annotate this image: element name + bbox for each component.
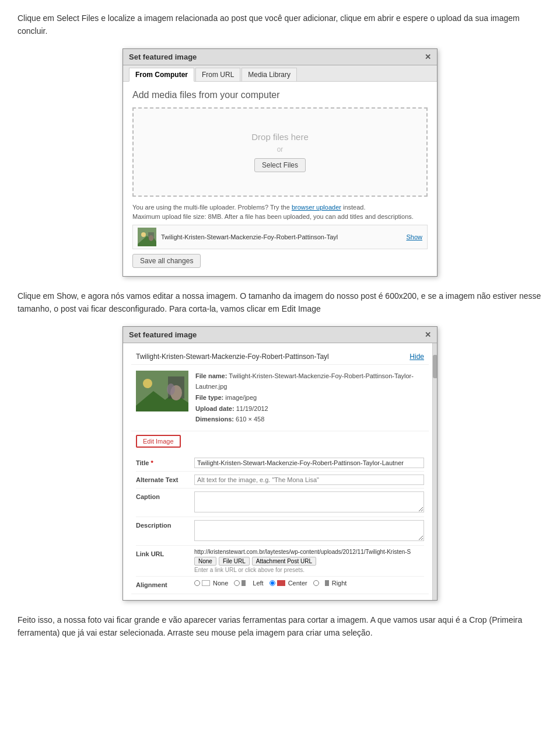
modal2-body: Twilight-Kristen-Stewart-Mackenzie-Foy-R…	[123, 343, 437, 600]
file-header-row: Twilight-Kristen-Stewart-Mackenzie-Foy-R…	[131, 349, 429, 365]
url-none-button[interactable]: None	[194, 557, 216, 566]
drop-text: Drop files here	[145, 132, 415, 142]
form-url-text: http://kristenstewart.com.br/laytestes/w…	[194, 549, 424, 555]
align-left-radio[interactable]	[234, 580, 240, 586]
modal1-title: Set featured image	[129, 53, 197, 61]
caption-input[interactable]	[194, 491, 424, 512]
align-none-label: None	[213, 580, 228, 587]
file-info-dimensions-label: Dimensions:	[195, 416, 234, 423]
edit-image-button[interactable]: Edit Image	[136, 435, 181, 448]
modal2-wrapper: Set featured image ✕ Twilight-Kristen-St…	[18, 326, 542, 601]
title-input[interactable]	[194, 458, 424, 468]
uploader-notice: You are using the multi-file uploader. P…	[132, 204, 428, 211]
align-right-radio[interactable]	[313, 580, 319, 586]
modal2-title: Set featured image	[129, 330, 197, 339]
modal1-body: Add media files from your computer Drop …	[123, 82, 437, 276]
scrollbar[interactable]	[432, 343, 437, 600]
file-row: Twilight-Kristen-Stewart-Mackenzie-Foy-R…	[132, 225, 428, 249]
align-right-label: Right	[332, 580, 347, 587]
tab-from-computer[interactable]: From Computer	[129, 68, 194, 82]
svg-point-6	[143, 379, 152, 388]
modal2-container: Twilight-Kristen-Stewart-Mackenzie-Foy-R…	[123, 343, 437, 600]
align-right-option[interactable]: Right	[313, 580, 347, 587]
url-post-button[interactable]: Attachment Post URL	[252, 557, 316, 566]
bottom-text: Feito isso, a nossa foto vai ficar grand…	[18, 613, 542, 640]
align-center-icon	[277, 580, 285, 586]
form-alignment-label: Alignment	[136, 580, 194, 588]
form-link-url-value: http://kristenstewart.com.br/laytestes/w…	[194, 549, 424, 573]
align-left-option[interactable]: Left	[234, 580, 263, 587]
alignment-options: None Left Center	[194, 580, 424, 587]
save-all-changes-button[interactable]: Save all changes	[132, 254, 201, 268]
form-description-value	[194, 520, 424, 542]
modal1-wrapper: Set featured image ✕ From Computer From …	[18, 48, 542, 277]
scrollbar-thumb	[433, 355, 437, 378]
select-files-button[interactable]: Select Files	[254, 158, 306, 172]
form-url-hint: Enter a link URL or click above for pres…	[194, 567, 424, 573]
form-row-caption: Caption	[136, 489, 424, 517]
modal1-heading: Add media files from your computer	[132, 90, 428, 100]
form-alt-value	[194, 475, 424, 485]
svg-point-4	[149, 235, 153, 241]
form-row-link-url: Link URL http://kristenstewart.com.br/la…	[136, 546, 424, 577]
file-info-type-label: File type:	[195, 394, 223, 401]
align-none-option[interactable]: None	[194, 580, 228, 587]
file-show-link[interactable]: Show	[406, 233, 422, 240]
section2-text: Clique em Show, e agora nós vamos editar…	[18, 289, 542, 316]
file-info-date-label: Upload date:	[195, 405, 235, 412]
align-none-icon	[202, 580, 210, 586]
file-name: Twilight-Kristen-Stewart-Mackenzie-Foy-R…	[161, 233, 401, 240]
intro-text: Clique em Select Files e localize a imag…	[18, 12, 542, 38]
align-none-radio[interactable]	[194, 580, 200, 586]
alt-input[interactable]	[194, 475, 424, 485]
file-info-name-value: Twilight-Kristen-Stewart-Mackenzie-Foy-R…	[195, 372, 414, 390]
form-row-title: Title *	[136, 455, 424, 472]
svg-point-1	[141, 232, 146, 237]
upload-info: Maximum upload file size: 8MB. After a f…	[132, 213, 428, 220]
form-description-label: Description	[136, 520, 194, 529]
browser-uploader-link[interactable]: browser uploader	[292, 204, 341, 211]
file-info-name-label: File name:	[195, 372, 227, 379]
modal2-close-icon[interactable]: ✕	[425, 330, 431, 339]
tab-from-url[interactable]: From URL	[195, 68, 240, 81]
form-link-url-label: Link URL	[136, 549, 194, 557]
form-alt-label: Alternate Text	[136, 475, 194, 483]
form-url-buttons: None File URL Attachment Post URL	[194, 557, 424, 566]
tab-media-library[interactable]: Media Library	[242, 68, 297, 81]
form-title-label: Title *	[136, 458, 194, 466]
form-row-alignment: Alignment None	[136, 577, 424, 591]
modal1-titlebar: Set featured image ✕	[123, 49, 437, 65]
form-section: Title * Alternate Text	[131, 452, 429, 594]
align-left-icon	[242, 580, 250, 586]
svg-point-10	[167, 383, 175, 395]
align-left-label: Left	[253, 580, 263, 587]
form-caption-label: Caption	[136, 491, 194, 500]
file-info-type-value: image/jpeg	[225, 394, 257, 401]
modal2-titlebar: Set featured image ✕	[123, 327, 437, 343]
form-row-description: Description	[136, 517, 424, 546]
url-file-button[interactable]: File URL	[219, 557, 250, 566]
modal1-close-icon[interactable]: ✕	[425, 53, 431, 61]
form-alignment-value: None Left Center	[194, 580, 424, 587]
file-detail-row: File name: Twilight-Kristen-Stewart-Mack…	[131, 365, 429, 431]
file-header-name: Twilight-Kristen-Stewart-Mackenzie-Foy-R…	[136, 353, 329, 361]
file-info-dimensions-value: 610 × 458	[236, 416, 264, 423]
form-caption-value	[194, 491, 424, 514]
file-thumbnail	[138, 228, 156, 246]
modal1-tabs: From Computer From URL Media Library	[123, 65, 437, 82]
file-info-date-value: 11/19/2012	[236, 405, 268, 412]
align-center-option[interactable]: Center	[270, 580, 307, 587]
file-preview-image	[136, 371, 188, 411]
description-input[interactable]	[194, 520, 424, 541]
file-info-block: File name: Twilight-Kristen-Stewart-Mack…	[195, 371, 424, 425]
form-row-alt: Alternate Text	[136, 472, 424, 489]
align-center-radio[interactable]	[270, 580, 275, 586]
align-center-label: Center	[288, 580, 307, 587]
align-right-icon	[321, 580, 329, 586]
drop-or: or	[145, 145, 415, 154]
modal2: Set featured image ✕ Twilight-Kristen-St…	[123, 326, 438, 601]
hide-link[interactable]: Hide	[410, 353, 424, 361]
drop-zone[interactable]: Drop files here or Select Files	[132, 107, 428, 197]
form-title-value	[194, 458, 424, 468]
modal1: Set featured image ✕ From Computer From …	[123, 48, 438, 277]
